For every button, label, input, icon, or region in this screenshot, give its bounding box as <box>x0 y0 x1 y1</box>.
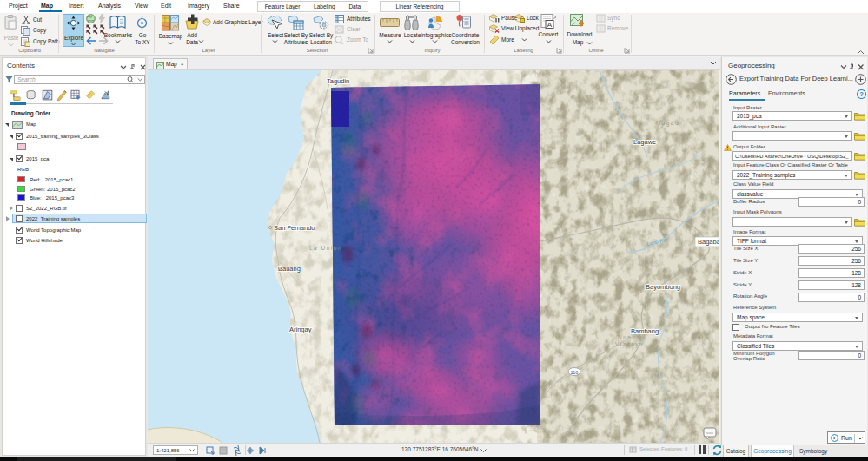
svg-text:Lagawe: Lagawe <box>633 138 656 146</box>
svg-text:116: 116 <box>571 370 579 375</box>
svg-text:San Fernando: San Fernando <box>274 224 315 232</box>
svg-text:La Union: La Union <box>309 245 342 251</box>
svg-text:Nueva: Nueva <box>618 334 640 340</box>
svg-text:Bauang: Bauang <box>278 265 301 273</box>
svg-text:?: ? <box>859 90 864 98</box>
svg-text:Tagudin: Tagudin <box>327 77 349 85</box>
svg-text:A: A <box>547 21 553 29</box>
svg-text:Vizcaya: Vizcaya <box>615 341 644 348</box>
svg-text:Bagaba: Bagaba <box>698 238 719 246</box>
svg-text:Ifugao: Ifugao <box>656 120 679 127</box>
svg-text:Bayombong: Bayombong <box>646 283 680 291</box>
svg-text:Aringay: Aringay <box>289 326 312 333</box>
